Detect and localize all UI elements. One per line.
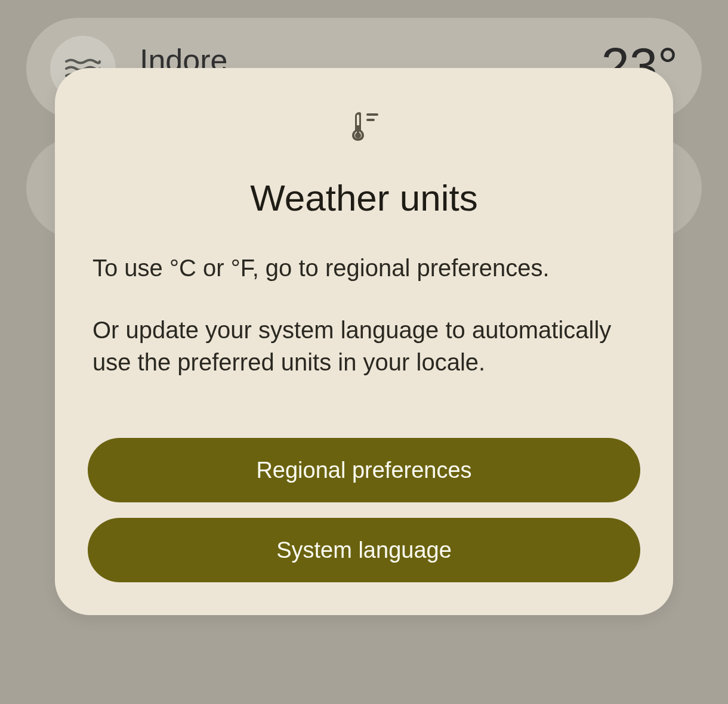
regional-preferences-button[interactable]: Regional preferences (88, 438, 640, 502)
dialog-buttons: Regional preferences System language (88, 438, 640, 582)
dialog-body-line-2: Or update your system language to automa… (92, 314, 636, 378)
system-language-button[interactable]: System language (88, 518, 640, 582)
svg-rect-1 (357, 125, 359, 134)
dialog-icon-container (88, 110, 640, 141)
dialog-body: To use °C or °F, go to regional preferen… (88, 252, 640, 378)
dialog-title: Weather units (88, 177, 640, 219)
svg-rect-3 (366, 119, 375, 121)
weather-units-dialog: Weather units To use °C or °F, go to reg… (55, 68, 673, 615)
dialog-body-line-1: To use °C or °F, go to regional preferen… (92, 252, 636, 284)
thermometer-icon (348, 110, 380, 141)
svg-rect-2 (366, 113, 378, 116)
